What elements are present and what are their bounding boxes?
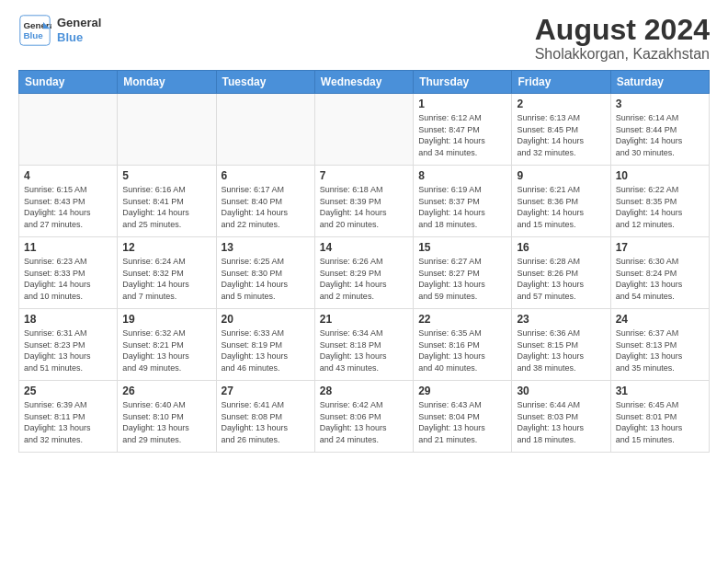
- day-number: 20: [222, 313, 310, 326]
- day-number: 9: [517, 169, 605, 182]
- calendar-day-cell: [118, 94, 216, 166]
- calendar-day-header: Thursday: [414, 71, 512, 94]
- day-info: Sunrise: 6:34 AM Sunset: 8:18 PM Dayligh…: [320, 327, 408, 373]
- day-info: Sunrise: 6:32 AM Sunset: 8:21 PM Dayligh…: [122, 327, 210, 373]
- calendar-day-cell: 20Sunrise: 6:33 AM Sunset: 8:19 PM Dayli…: [216, 309, 314, 381]
- calendar-day-cell: [314, 94, 413, 166]
- calendar-week-row: 25Sunrise: 6:39 AM Sunset: 8:11 PM Dayli…: [19, 381, 710, 453]
- calendar-day-cell: 18Sunrise: 6:31 AM Sunset: 8:23 PM Dayli…: [19, 309, 118, 381]
- day-number: 25: [24, 385, 112, 397]
- day-info: Sunrise: 6:14 AM Sunset: 8:44 PM Dayligh…: [616, 112, 704, 158]
- title-block: August 2024 Sholakkorgan, Kazakhstan: [535, 14, 710, 63]
- calendar-day-header: Sunday: [19, 71, 118, 94]
- calendar-day-header: Tuesday: [216, 71, 314, 94]
- day-number: 18: [24, 313, 112, 326]
- calendar-day-cell: 31Sunrise: 6:45 AM Sunset: 8:01 PM Dayli…: [610, 381, 709, 453]
- day-number: 12: [122, 241, 210, 254]
- page: General Blue General Blue August 2024 Sh…: [0, 0, 728, 563]
- calendar-day-cell: 25Sunrise: 6:39 AM Sunset: 8:11 PM Dayli…: [19, 381, 118, 453]
- day-info: Sunrise: 6:35 AM Sunset: 8:16 PM Dayligh…: [418, 327, 506, 373]
- calendar-day-cell: [216, 94, 314, 166]
- calendar-day-cell: 5Sunrise: 6:16 AM Sunset: 8:41 PM Daylig…: [118, 166, 216, 237]
- day-number: 15: [418, 241, 506, 254]
- calendar-table: SundayMondayTuesdayWednesdayThursdayFrid…: [18, 70, 710, 453]
- day-info: Sunrise: 6:41 AM Sunset: 8:08 PM Dayligh…: [222, 399, 310, 445]
- calendar-day-header: Wednesday: [314, 71, 413, 94]
- day-info: Sunrise: 6:15 AM Sunset: 8:43 PM Dayligh…: [24, 184, 112, 230]
- calendar-day-cell: 24Sunrise: 6:37 AM Sunset: 8:13 PM Dayli…: [610, 309, 709, 381]
- day-info: Sunrise: 6:43 AM Sunset: 8:04 PM Dayligh…: [418, 399, 506, 445]
- calendar-day-cell: 12Sunrise: 6:24 AM Sunset: 8:32 PM Dayli…: [118, 237, 216, 309]
- calendar-day-cell: 19Sunrise: 6:32 AM Sunset: 8:21 PM Dayli…: [118, 309, 216, 381]
- day-number: 22: [418, 313, 506, 326]
- calendar-day-cell: 7Sunrise: 6:18 AM Sunset: 8:39 PM Daylig…: [314, 166, 413, 237]
- location: Sholakkorgan, Kazakhstan: [535, 46, 710, 63]
- day-number: 13: [222, 241, 310, 254]
- day-number: 26: [122, 385, 210, 397]
- calendar-day-cell: 29Sunrise: 6:43 AM Sunset: 8:04 PM Dayli…: [414, 381, 512, 453]
- day-info: Sunrise: 6:18 AM Sunset: 8:39 PM Dayligh…: [320, 184, 408, 230]
- logo-icon: General Blue: [18, 14, 51, 47]
- calendar-week-row: 11Sunrise: 6:23 AM Sunset: 8:33 PM Dayli…: [19, 237, 710, 309]
- day-info: Sunrise: 6:30 AM Sunset: 8:24 PM Dayligh…: [616, 256, 704, 302]
- day-number: 10: [616, 169, 704, 182]
- calendar-week-row: 1Sunrise: 6:12 AM Sunset: 8:47 PM Daylig…: [19, 94, 710, 166]
- svg-text:General: General: [23, 20, 51, 30]
- day-info: Sunrise: 6:26 AM Sunset: 8:29 PM Dayligh…: [320, 256, 408, 302]
- calendar-day-cell: 15Sunrise: 6:27 AM Sunset: 8:27 PM Dayli…: [414, 237, 512, 309]
- calendar-day-cell: 30Sunrise: 6:44 AM Sunset: 8:03 PM Dayli…: [512, 381, 610, 453]
- day-number: 23: [517, 313, 605, 326]
- calendar-day-cell: 1Sunrise: 6:12 AM Sunset: 8:47 PM Daylig…: [414, 94, 512, 166]
- calendar-day-cell: 3Sunrise: 6:14 AM Sunset: 8:44 PM Daylig…: [610, 94, 709, 166]
- day-number: 30: [517, 385, 605, 397]
- calendar-header-row: SundayMondayTuesdayWednesdayThursdayFrid…: [19, 71, 710, 94]
- day-number: 8: [418, 169, 506, 182]
- day-number: 2: [517, 98, 605, 110]
- day-number: 14: [320, 241, 408, 254]
- day-info: Sunrise: 6:23 AM Sunset: 8:33 PM Dayligh…: [24, 256, 112, 302]
- day-info: Sunrise: 6:24 AM Sunset: 8:32 PM Dayligh…: [122, 256, 210, 302]
- calendar-day-cell: [19, 94, 118, 166]
- day-number: 6: [222, 169, 310, 182]
- day-number: 21: [320, 313, 408, 326]
- day-info: Sunrise: 6:33 AM Sunset: 8:19 PM Dayligh…: [222, 327, 310, 373]
- day-info: Sunrise: 6:31 AM Sunset: 8:23 PM Dayligh…: [24, 327, 112, 373]
- calendar-day-cell: 11Sunrise: 6:23 AM Sunset: 8:33 PM Dayli…: [19, 237, 118, 309]
- day-number: 4: [24, 169, 112, 182]
- day-info: Sunrise: 6:16 AM Sunset: 8:41 PM Dayligh…: [122, 184, 210, 230]
- day-info: Sunrise: 6:22 AM Sunset: 8:35 PM Dayligh…: [616, 184, 704, 230]
- day-number: 16: [517, 241, 605, 254]
- month-year: August 2024: [535, 14, 710, 46]
- calendar-day-header: Monday: [118, 71, 216, 94]
- day-info: Sunrise: 6:37 AM Sunset: 8:13 PM Dayligh…: [616, 327, 704, 373]
- calendar-day-cell: 22Sunrise: 6:35 AM Sunset: 8:16 PM Dayli…: [414, 309, 512, 381]
- calendar-day-cell: 28Sunrise: 6:42 AM Sunset: 8:06 PM Dayli…: [314, 381, 413, 453]
- day-number: 7: [320, 169, 408, 182]
- day-info: Sunrise: 6:25 AM Sunset: 8:30 PM Dayligh…: [222, 256, 310, 302]
- calendar-day-cell: 23Sunrise: 6:36 AM Sunset: 8:15 PM Dayli…: [512, 309, 610, 381]
- day-number: 24: [616, 313, 704, 326]
- day-number: 27: [222, 385, 310, 397]
- day-number: 17: [616, 241, 704, 254]
- header: General Blue General Blue August 2024 Sh…: [18, 14, 710, 63]
- day-number: 31: [616, 385, 704, 397]
- calendar-day-cell: 13Sunrise: 6:25 AM Sunset: 8:30 PM Dayli…: [216, 237, 314, 309]
- calendar-day-cell: 2Sunrise: 6:13 AM Sunset: 8:45 PM Daylig…: [512, 94, 610, 166]
- day-info: Sunrise: 6:45 AM Sunset: 8:01 PM Dayligh…: [616, 399, 704, 445]
- day-info: Sunrise: 6:13 AM Sunset: 8:45 PM Dayligh…: [517, 112, 605, 158]
- day-info: Sunrise: 6:39 AM Sunset: 8:11 PM Dayligh…: [24, 399, 112, 445]
- logo: General Blue General Blue: [18, 14, 101, 47]
- calendar-week-row: 18Sunrise: 6:31 AM Sunset: 8:23 PM Dayli…: [19, 309, 710, 381]
- calendar-week-row: 4Sunrise: 6:15 AM Sunset: 8:43 PM Daylig…: [19, 166, 710, 237]
- day-number: 3: [616, 98, 704, 110]
- calendar-day-cell: 17Sunrise: 6:30 AM Sunset: 8:24 PM Dayli…: [610, 237, 709, 309]
- logo-text: General Blue: [57, 16, 101, 44]
- day-info: Sunrise: 6:28 AM Sunset: 8:26 PM Dayligh…: [517, 256, 605, 302]
- day-number: 1: [418, 98, 506, 110]
- day-info: Sunrise: 6:40 AM Sunset: 8:10 PM Dayligh…: [122, 399, 210, 445]
- day-number: 5: [122, 169, 210, 182]
- day-info: Sunrise: 6:21 AM Sunset: 8:36 PM Dayligh…: [517, 184, 605, 230]
- calendar-day-cell: 16Sunrise: 6:28 AM Sunset: 8:26 PM Dayli…: [512, 237, 610, 309]
- calendar-day-cell: 21Sunrise: 6:34 AM Sunset: 8:18 PM Dayli…: [314, 309, 413, 381]
- calendar-day-header: Saturday: [610, 71, 709, 94]
